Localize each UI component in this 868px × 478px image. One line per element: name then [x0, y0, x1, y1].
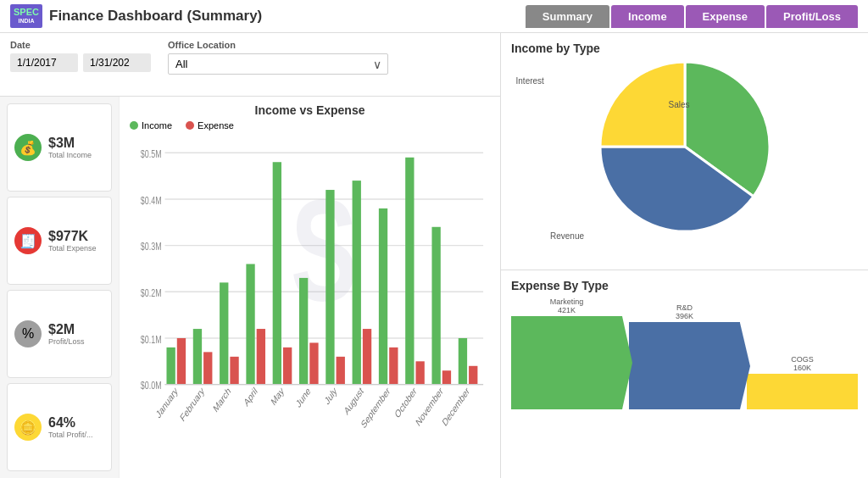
svg-text:$0.3M: $0.3M: [141, 241, 162, 253]
page-title: Finance Dashboard (Summary): [49, 8, 262, 25]
svg-text:November: November: [414, 385, 444, 429]
total-income-label: Total Income: [48, 151, 92, 159]
expense-bar-top-label: COGS160K: [791, 355, 814, 372]
svg-rect-35: [363, 329, 371, 385]
legend-expense: Expense: [186, 120, 234, 131]
svg-rect-19: [220, 282, 228, 384]
svg-rect-14: [177, 338, 186, 385]
svg-text:$0.5M: $0.5M: [141, 147, 162, 159]
income-by-type-panel: Income by Type SalesRevenueInterest: [501, 33, 868, 270]
logo-spec: SPEC: [14, 7, 39, 18]
tab-income[interactable]: Income: [611, 5, 684, 28]
svg-text:March: March: [212, 385, 232, 414]
svg-rect-43: [431, 227, 440, 385]
svg-rect-20: [230, 357, 238, 385]
svg-rect-16: [193, 329, 202, 385]
profit-loss-value: $2M: [48, 322, 85, 337]
logo: SPEC INDIA: [10, 4, 42, 28]
pie-chart-svg: [600, 62, 770, 231]
chart-legend: Income Expense: [130, 120, 490, 131]
expense-bar: [629, 322, 740, 409]
expense-bar: [511, 316, 622, 409]
pie-label-interest: Interest: [516, 76, 544, 86]
expense-bar-group-cogs: COGS160K: [747, 355, 858, 409]
svg-text:June: June: [294, 385, 311, 409]
profitloss-icon: %: [14, 320, 42, 347]
expense-bar: [747, 374, 858, 409]
filters-bar: Date Office Location All New York London…: [0, 33, 500, 97]
nav-tabs: Summary Income Expense Profit/Loss: [526, 5, 858, 28]
svg-text:August: August: [342, 385, 364, 417]
office-select-wrapper: All New York London Mumbai Singapore ∨: [168, 53, 388, 75]
expense-legend-dot: [186, 121, 194, 130]
income-legend-label: Income: [142, 120, 172, 131]
expense-bar-group-marketing: Marketing421K: [511, 297, 622, 409]
date-filter-group: Date: [10, 40, 151, 89]
svg-rect-13: [166, 347, 175, 385]
right-panel: Income by Type SalesRevenueInterest Expe…: [500, 33, 868, 478]
kpi-total-expense: 🧾 $977K Total Expense: [7, 197, 112, 285]
svg-rect-41: [415, 361, 424, 384]
total-expense-value: $977K: [48, 229, 97, 244]
date-inputs: [10, 53, 151, 72]
kpi-profit-loss: % $2M Profit/Loss: [7, 290, 112, 378]
svg-text:July: July: [323, 385, 338, 407]
kpi-column: 💰 $3M Total Income 🧾 $977K Total Expense…: [0, 97, 119, 478]
svg-rect-44: [442, 370, 451, 384]
date-to-input[interactable]: [83, 53, 151, 72]
kpi-total-income: 💰 $3M Total Income: [7, 103, 112, 192]
svg-rect-17: [203, 352, 212, 384]
expense-icon: 🧾: [14, 227, 42, 254]
header: SPEC INDIA Finance Dashboard (Summary) S…: [0, 0, 868, 33]
chart-title: Income vs Expense: [130, 103, 490, 117]
logo-area: SPEC INDIA Finance Dashboard (Summary): [10, 4, 262, 28]
total-profit-pct-label: Total Profit/...: [48, 431, 93, 439]
date-label: Date: [10, 40, 151, 50]
bar-chart-canvas: $0.5M$0.4M$0.3M$0.2M$0.1M$0.0MSJanuaryFe…: [130, 134, 490, 471]
profit-loss-label: Profit/Loss: [48, 337, 85, 346]
bar-chart-svg: $0.5M$0.4M$0.3M$0.2M$0.1M$0.0MSJanuaryFe…: [130, 134, 490, 471]
total-profit-pct-value: 64%: [48, 415, 93, 431]
main-content: Date Office Location All New York London…: [0, 33, 868, 478]
tab-expense[interactable]: Expense: [686, 5, 765, 28]
left-panel: Date Office Location All New York London…: [0, 33, 500, 478]
svg-rect-40: [405, 158, 414, 385]
svg-rect-47: [469, 366, 477, 385]
svg-text:April: April: [242, 385, 259, 409]
svg-text:February: February: [179, 385, 206, 424]
svg-text:$0.4M: $0.4M: [141, 194, 162, 206]
svg-rect-38: [389, 347, 398, 385]
tab-profitloss[interactable]: Profit/Loss: [766, 5, 858, 28]
svg-rect-26: [283, 347, 292, 385]
tab-summary[interactable]: Summary: [526, 5, 609, 28]
date-from-input[interactable]: [10, 53, 78, 72]
expense-by-type-panel: Expense By Type Marketing421KR&D396KCOGS…: [501, 270, 868, 478]
total-expense-label: Total Expense: [48, 244, 97, 253]
svg-rect-23: [257, 329, 265, 385]
total-income-value: $3M: [48, 136, 92, 151]
svg-text:$0.0M: $0.0M: [141, 380, 162, 392]
legend-income: Income: [130, 120, 172, 131]
profit-pct-icon: 🪙: [14, 414, 42, 441]
svg-text:May: May: [270, 385, 286, 408]
income-legend-dot: [130, 121, 138, 130]
logo-india: INDIA: [18, 18, 34, 25]
svg-text:December: December: [441, 385, 471, 429]
svg-rect-31: [326, 190, 334, 385]
kpi-total-profit-pct: 🪙 64% Total Profit/...: [7, 383, 112, 471]
svg-text:$0.1M: $0.1M: [141, 333, 162, 345]
office-select[interactable]: All New York London Mumbai Singapore: [168, 53, 388, 75]
pie-chart-container: SalesRevenueInterest: [511, 62, 858, 231]
office-label: Office Location: [168, 40, 388, 50]
svg-rect-32: [337, 357, 345, 385]
income-icon: 💰: [14, 134, 42, 161]
expense-legend-label: Expense: [198, 120, 234, 131]
expense-by-type-title: Expense By Type: [511, 279, 858, 292]
svg-text:September: September: [359, 385, 392, 431]
pie-label-revenue: Revenue: [550, 231, 584, 240]
expense-bar-group-rd: R&D396K: [629, 303, 740, 409]
expense-bar-chart: Marketing421KR&D396KCOGS160K: [511, 299, 858, 409]
kpi-and-chart: 💰 $3M Total Income 🧾 $977K Total Expense…: [0, 97, 500, 478]
income-by-type-title: Income by Type: [511, 42, 858, 55]
svg-rect-22: [246, 264, 254, 385]
